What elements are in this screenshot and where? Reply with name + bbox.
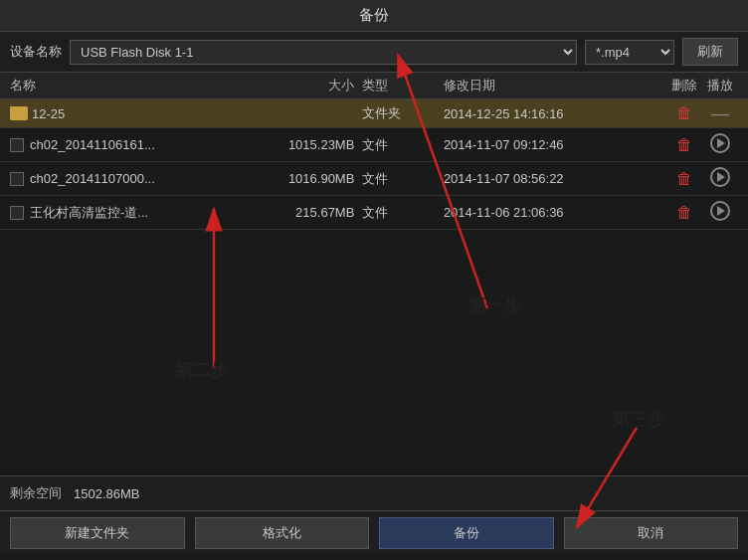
file-date: 2014-11-07 09:12:46 (444, 137, 666, 152)
file-type: 文件夹 (362, 104, 444, 122)
table-header: 名称 大小 类型 修改日期 删除 播放 (0, 73, 748, 99)
device-select[interactable]: USB Flash Disk 1-1 (70, 40, 577, 65)
col-header-size: 大小 (233, 77, 362, 94)
type-select[interactable]: *.mp4*.avi*.all (585, 40, 674, 65)
file-size: 215.67MB (233, 205, 362, 220)
col-header-play: 播放 (702, 77, 738, 94)
play-button[interactable] (702, 201, 738, 224)
play-button[interactable] (702, 133, 738, 156)
file-type: 文件 (362, 204, 444, 222)
title-bar: 备份 (0, 0, 748, 32)
footer-space: 剩余空间 1502.86MB (0, 475, 748, 510)
file-size: 1015.23MB (233, 137, 362, 152)
delete-button[interactable]: 🗑 (666, 204, 702, 222)
file-date: 2014-11-07 08:56:22 (444, 171, 666, 186)
file-size: 1016.90MB (233, 171, 362, 186)
file-checkbox[interactable] (10, 172, 24, 186)
table-row[interactable]: ch02_20141106161... 1015.23MB 文件 2014-11… (0, 128, 748, 162)
play-button[interactable] (702, 167, 738, 190)
page-title: 备份 (359, 6, 389, 23)
table-row[interactable]: 12-25 文件夹 2014-12-25 14:16:16 🗑 — (0, 99, 748, 128)
col-header-name: 名称 (10, 77, 233, 94)
format-button[interactable]: 格式化 (195, 517, 370, 549)
new-folder-button[interactable]: 新建文件夹 (10, 517, 185, 549)
col-header-type: 类型 (362, 77, 444, 94)
file-list: 12-25 文件夹 2014-12-25 14:16:16 🗑 — ch02_2… (0, 99, 748, 475)
file-checkbox[interactable] (10, 138, 24, 152)
file-date: 2014-12-25 14:16:16 (444, 106, 666, 121)
file-name: ch02_20141107000... (10, 171, 233, 186)
delete-button[interactable]: 🗑 (666, 170, 702, 188)
play-circle-icon (710, 201, 730, 221)
file-name: ch02_20141106161... (10, 137, 233, 152)
folder-icon (10, 106, 28, 120)
play-circle-icon (710, 167, 730, 187)
play-button[interactable]: — (702, 104, 738, 122)
play-circle-icon (710, 133, 730, 153)
file-date: 2014-11-06 21:06:36 (444, 205, 666, 220)
table-row[interactable]: ch02_20141107000... 1016.90MB 文件 2014-11… (0, 162, 748, 196)
cancel-button[interactable]: 取消 (564, 517, 739, 549)
toolbar: 设备名称 USB Flash Disk 1-1 *.mp4*.avi*.all … (0, 32, 748, 73)
delete-button[interactable]: 🗑 (666, 104, 702, 122)
space-label: 剩余空间 (10, 484, 62, 502)
backup-button[interactable]: 备份 (379, 517, 554, 549)
file-type: 文件 (362, 170, 444, 188)
col-header-date: 修改日期 (444, 77, 666, 94)
table-row[interactable]: 王化村高清监控-道... 215.67MB 文件 2014-11-06 21:0… (0, 196, 748, 230)
refresh-button[interactable]: 刷新 (682, 38, 738, 66)
col-header-delete: 删除 (666, 77, 702, 94)
action-bar: 新建文件夹 格式化 备份 取消 (0, 510, 748, 555)
device-label: 设备名称 (10, 43, 62, 61)
file-name: 王化村高清监控-道... (10, 204, 233, 222)
file-checkbox[interactable] (10, 206, 24, 220)
file-name: 12-25 (10, 106, 233, 121)
delete-button[interactable]: 🗑 (666, 136, 702, 154)
space-value: 1502.86MB (74, 486, 140, 501)
file-type: 文件 (362, 136, 444, 154)
